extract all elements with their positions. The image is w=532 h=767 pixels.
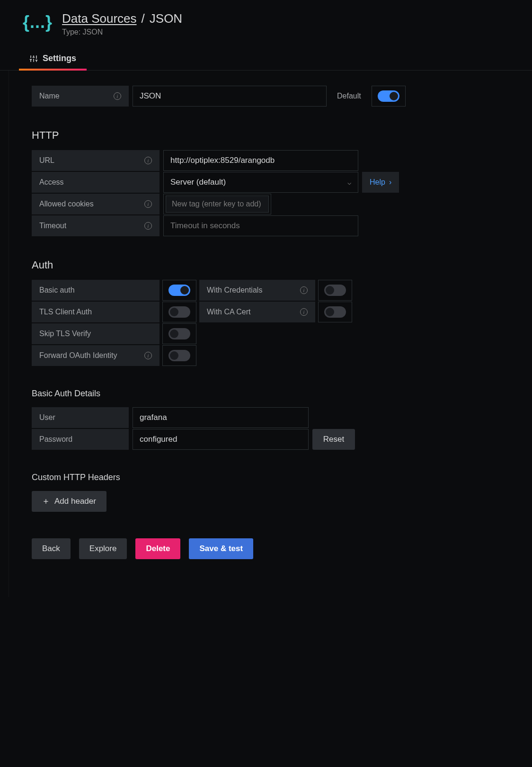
add-header-label: Add header — [54, 497, 96, 506]
page-header: {...} Data Sources / JSON Type: JSON — [0, 11, 532, 48]
with-ca-cert-text: With CA Cert — [207, 308, 250, 316]
with-credentials-toggle[interactable] — [324, 285, 346, 296]
auth-row-2: TLS Client Auth With CA Cert i — [32, 302, 509, 322]
default-toggle-wrap — [372, 86, 406, 107]
tls-client-auth-toggle[interactable] — [168, 306, 190, 318]
breadcrumb: Data Sources / JSON Type: JSON — [62, 11, 182, 36]
cookies-label: Allowed cookies i — [32, 194, 160, 214]
cookies-tag-wrap: New tag (enter key to add) — [163, 194, 271, 214]
json-braces-icon: {...} — [23, 11, 53, 32]
chevron-down-icon: ⌵ — [347, 178, 351, 186]
with-ca-cert-toggle[interactable] — [324, 306, 346, 318]
basic-auth-toggle[interactable] — [168, 285, 190, 296]
access-row: Access Server (default) ⌵ Help › — [32, 172, 509, 193]
save-test-button[interactable]: Save & test — [189, 538, 253, 559]
sliders-icon — [29, 54, 38, 63]
access-select-value: Server (default) — [170, 178, 226, 187]
timeout-label: Timeout i — [32, 215, 160, 236]
basic-auth-text: Basic auth — [39, 286, 75, 294]
info-icon[interactable]: i — [300, 308, 308, 316]
add-header-button[interactable]: Add header — [32, 491, 106, 512]
forward-oauth-toggle-wrap — [162, 345, 196, 366]
access-select[interactable]: Server (default) ⌵ — [163, 172, 358, 193]
with-ca-cert-toggle-wrap — [318, 302, 352, 322]
skip-tls-text: Skip TLS Verify — [39, 330, 91, 338]
password-row: Password configured Reset — [32, 429, 509, 450]
forward-oauth-label: Forward OAuth Identity i — [32, 345, 160, 366]
delete-button[interactable]: Delete — [135, 538, 180, 559]
default-toggle[interactable] — [378, 90, 399, 102]
timeout-label-text: Timeout — [39, 222, 66, 230]
cookies-input[interactable]: New tag (enter key to add) — [166, 196, 269, 213]
breadcrumb-current: JSON — [150, 11, 182, 26]
password-label-text: Password — [39, 435, 72, 444]
settings-body: Name i JSON Default HTTP URL i http://op… — [9, 71, 532, 597]
reset-button[interactable]: Reset — [312, 429, 355, 450]
back-button[interactable]: Back — [32, 538, 71, 559]
name-input[interactable]: JSON — [133, 86, 327, 107]
http-section-title: HTTP — [32, 129, 509, 142]
basic-auth-details-title: Basic Auth Details — [32, 389, 509, 399]
password-label: Password — [32, 429, 129, 450]
url-label: URL i — [32, 150, 160, 171]
help-label: Help — [370, 178, 385, 187]
page-root: {...} Data Sources / JSON Type: JSON Set… — [0, 0, 532, 597]
with-credentials-toggle-wrap — [318, 280, 352, 301]
tls-client-auth-toggle-wrap — [162, 302, 196, 322]
skip-tls-label: Skip TLS Verify — [32, 323, 160, 344]
plus-icon — [42, 498, 50, 505]
basic-auth-toggle-wrap — [162, 280, 196, 301]
user-input[interactable]: grafana — [133, 407, 309, 428]
tab-label: Settings — [43, 54, 76, 63]
url-input[interactable]: http://optiplex:8529/arangodb — [163, 150, 358, 171]
tab-settings[interactable]: Settings — [19, 48, 87, 70]
explore-button[interactable]: Explore — [79, 538, 127, 559]
info-icon[interactable]: i — [144, 222, 152, 230]
with-ca-cert-label: With CA Cert i — [199, 302, 315, 322]
chevron-right-icon: › — [389, 178, 391, 187]
tls-client-auth-text: TLS Client Auth — [39, 308, 92, 316]
custom-headers-title: Custom HTTP Headers — [32, 473, 509, 482]
tls-client-auth-label: TLS Client Auth — [32, 302, 160, 322]
user-row: User grafana — [32, 407, 509, 428]
default-label: Default — [330, 86, 368, 107]
info-icon[interactable]: i — [144, 157, 152, 164]
access-label: Access — [32, 172, 160, 193]
forward-oauth-text: Forward OAuth Identity — [39, 351, 117, 360]
skip-tls-toggle-wrap — [162, 323, 196, 344]
basic-auth-label: Basic auth — [32, 280, 160, 301]
name-label-text: Name — [39, 92, 60, 100]
skip-tls-toggle[interactable] — [168, 328, 190, 339]
name-label: Name i — [32, 86, 129, 107]
footer-buttons: Back Explore Delete Save & test — [32, 538, 509, 559]
url-row: URL i http://optiplex:8529/arangodb — [32, 150, 509, 171]
breadcrumb-path: Data Sources / JSON — [62, 11, 182, 26]
breadcrumb-parent-link[interactable]: Data Sources — [62, 11, 137, 26]
access-label-text: Access — [39, 178, 64, 187]
auth-row-4: Forward OAuth Identity i — [32, 345, 509, 366]
breadcrumb-subtitle: Type: JSON — [62, 28, 182, 36]
help-button[interactable]: Help › — [362, 172, 399, 193]
info-icon[interactable]: i — [144, 352, 152, 359]
timeout-row: Timeout i Timeout in seconds — [32, 215, 509, 236]
name-row: Name i JSON Default — [32, 86, 509, 107]
user-label: User — [32, 407, 129, 428]
auth-row-1: Basic auth With Credentials i — [32, 280, 509, 301]
auth-section-title: Auth — [32, 259, 509, 271]
auth-row-3: Skip TLS Verify — [32, 323, 509, 344]
info-icon[interactable]: i — [144, 200, 152, 208]
user-label-text: User — [39, 413, 55, 422]
breadcrumb-separator: / — [142, 11, 145, 26]
info-icon[interactable]: i — [114, 92, 121, 100]
url-label-text: URL — [39, 156, 54, 165]
info-icon[interactable]: i — [300, 286, 308, 294]
with-credentials-label: With Credentials i — [199, 280, 315, 301]
cookies-row: Allowed cookies i New tag (enter key to … — [32, 194, 509, 214]
tabs: Settings — [0, 48, 532, 71]
with-credentials-text: With Credentials — [207, 286, 262, 294]
forward-oauth-toggle[interactable] — [168, 350, 190, 361]
password-input[interactable]: configured — [133, 429, 309, 450]
cookies-label-text: Allowed cookies — [39, 200, 94, 208]
timeout-input[interactable]: Timeout in seconds — [163, 215, 358, 236]
